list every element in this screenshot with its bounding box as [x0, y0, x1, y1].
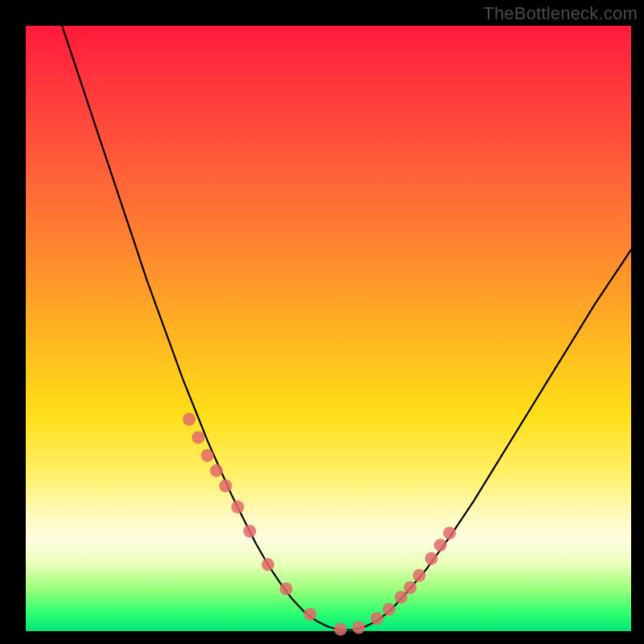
highlight-points: [183, 413, 456, 636]
marker-dot: [262, 558, 275, 571]
marker-dot: [353, 621, 365, 634]
marker-dot: [192, 431, 204, 444]
marker-dot: [413, 569, 426, 582]
curve-layer: [26, 26, 631, 631]
marker-dot: [382, 603, 395, 616]
marker-dot: [183, 413, 196, 426]
marker-dot: [231, 501, 244, 514]
marker-dot: [201, 449, 214, 462]
marker-dot: [394, 591, 407, 604]
marker-dot: [443, 526, 456, 539]
marker-dot: [243, 525, 256, 538]
bottleneck-curve: [62, 26, 631, 630]
watermark-text: TheBottleneck.com: [483, 3, 638, 24]
marker-dot: [425, 552, 438, 565]
marker-dot: [210, 464, 223, 477]
plot-area: [26, 26, 631, 631]
marker-dot: [370, 612, 383, 625]
marker-dot: [219, 480, 232, 493]
marker-dot: [434, 539, 447, 551]
marker-dot: [303, 608, 316, 621]
chart-frame: TheBottleneck.com: [0, 0, 644, 644]
marker-dot: [404, 581, 417, 594]
marker-dot: [334, 623, 347, 636]
marker-dot: [279, 582, 292, 595]
